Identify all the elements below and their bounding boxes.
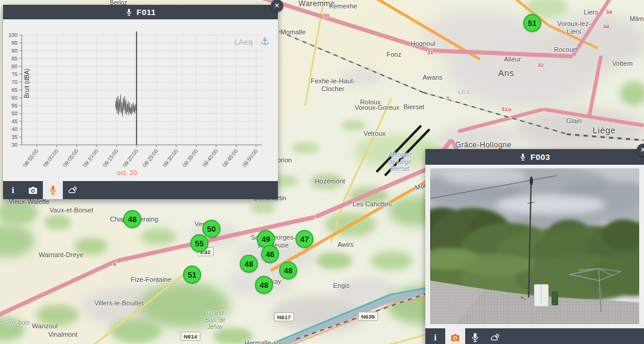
info-tab[interactable]: i [3,181,23,199]
close-icon[interactable]: ✕ [271,0,283,12]
info-tab[interactable]: i [425,328,445,344]
station-panel-f003: F003 ✕ [425,149,644,344]
noise-marker[interactable]: 48 [255,276,273,294]
microphone-icon [125,8,133,16]
svg-text:08:55:00: 08:55:00 [22,148,39,168]
noise-marker[interactable]: 46 [261,245,279,263]
svg-text:i: i [434,333,437,342]
svg-text:60: 60 [11,95,18,101]
svg-text:75: 75 [11,71,18,77]
station-photo [430,168,639,324]
map[interactable]: BerlozWaremmeKemexheMomalleHognoulFoozAw… [0,0,644,344]
station-panel-f011: F011 ✕ 303540455055606570758085909510008… [3,5,278,199]
weather-tab[interactable] [485,328,505,344]
svg-text:55: 55 [11,103,18,109]
svg-text:09:35:00: 09:35:00 [181,148,199,168]
svg-text:35: 35 [11,134,18,140]
svg-text:09:10:00: 09:10:00 [82,148,99,168]
svg-text:oct. 20: oct. 20 [117,169,137,176]
svg-text:30: 30 [11,142,18,148]
noise-marker[interactable]: 51 [523,14,541,32]
station-photo-image [430,168,639,324]
noise-marker[interactable]: 55 [190,234,208,252]
svg-text:09:00:00: 09:00:00 [42,148,59,168]
noise-marker[interactable]: 48 [240,255,258,273]
svg-text:i: i [12,185,14,195]
microphone-icon [519,153,527,161]
f011-toolbar: i [3,181,278,199]
noise-marker[interactable]: 47 [295,230,314,248]
svg-text:09:50:00: 09:50:00 [241,148,259,168]
svg-text:80: 80 [11,63,18,69]
weather-tab[interactable] [63,181,83,199]
camera-tab[interactable] [23,181,43,199]
panel-title: F011 [137,8,156,17]
svg-text:LAeq: LAeq [234,37,253,46]
mic-tab[interactable] [465,328,485,344]
svg-text:40: 40 [11,126,18,132]
close-icon[interactable]: ✕ [637,144,644,156]
svg-text:50: 50 [11,110,18,116]
svg-text:65: 65 [11,87,18,93]
svg-text:45: 45 [11,118,18,124]
svg-text:09:15:00: 09:15:00 [101,148,119,168]
svg-text:Bruit (dBA): Bruit (dBA) [24,69,30,98]
svg-text:95: 95 [11,40,18,46]
svg-text:09:30:00: 09:30:00 [161,148,179,168]
noise-marker[interactable]: 50 [202,220,221,238]
noise-marker[interactable]: 51 [183,266,201,284]
panel-header[interactable]: F003 ✕ [425,149,644,165]
svg-text:09:05:00: 09:05:00 [62,148,79,168]
svg-text:85: 85 [11,56,18,62]
f003-toolbar: i [425,328,644,344]
anchor-icon[interactable]: ⚓ [260,35,269,47]
noise-marker[interactable]: 48 [123,210,141,228]
noise-chart: 303540455055606570758085909510008:55:000… [4,25,277,182]
panel-title: F003 [530,153,550,162]
svg-text:09:40:00: 09:40:00 [201,148,219,168]
svg-text:90: 90 [11,48,18,54]
svg-text:09:45:00: 09:45:00 [221,148,239,168]
svg-text:100: 100 [8,32,18,38]
svg-text:70: 70 [11,79,18,85]
noise-marker[interactable]: 48 [279,261,297,279]
panel-header[interactable]: F011 ✕ [3,5,278,19]
svg-text:09:25:00: 09:25:00 [141,148,159,168]
svg-text:09:20:00: 09:20:00 [121,148,139,168]
mic-tab[interactable] [43,181,63,199]
camera-tab[interactable] [445,328,465,344]
